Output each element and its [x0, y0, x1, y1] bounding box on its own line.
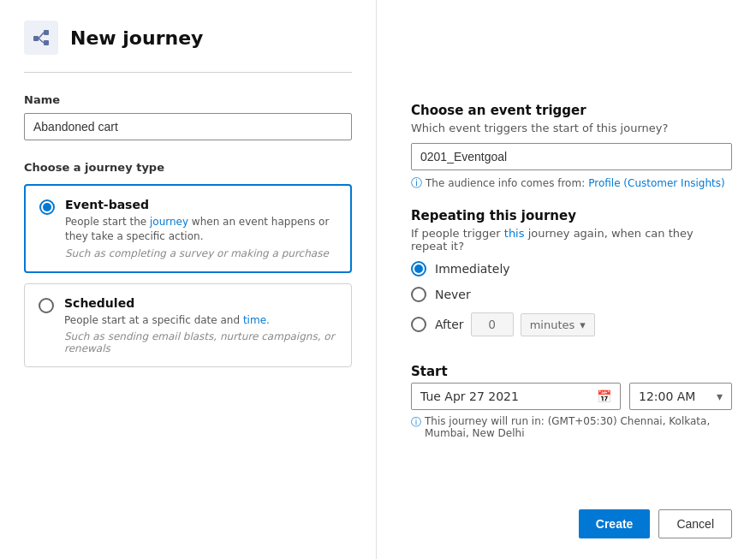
- header: New journey: [24, 21, 352, 55]
- after-radio[interactable]: [411, 317, 426, 332]
- journey-icon: [24, 21, 58, 55]
- scheduled-desc: People start at a specific date and time…: [64, 313, 337, 328]
- timezone-info-icon: ⓘ: [411, 415, 421, 439]
- page-title: New journey: [70, 27, 203, 49]
- after-row: After minutes ▾: [435, 312, 595, 336]
- repeating-subtext: If people trigger this journey again, wh…: [411, 227, 732, 253]
- never-label: Never: [435, 288, 471, 301]
- calendar-icon: 📅: [597, 390, 611, 403]
- trigger-subtext: Which event triggers the start of this j…: [411, 122, 732, 134]
- trigger-info-link[interactable]: Profile (Customer Insights): [588, 177, 725, 189]
- bottom-actions: Create Cancel: [579, 509, 732, 538]
- name-input[interactable]: [24, 113, 352, 140]
- trigger-heading: Choose an event trigger: [411, 103, 732, 118]
- time-input[interactable]: 12:00 AM ▾: [629, 383, 732, 410]
- this-link[interactable]: this: [504, 227, 525, 240]
- minutes-label: minutes: [530, 318, 575, 331]
- time-value: 12:00 AM: [639, 390, 695, 403]
- date-input[interactable]: Tue Apr 27 2021 📅: [411, 383, 621, 410]
- chevron-down-icon: ▾: [580, 318, 586, 331]
- name-label: Name: [24, 93, 352, 106]
- chevron-down-icon: ▾: [717, 390, 723, 403]
- svg-line-3: [39, 33, 44, 39]
- minutes-select[interactable]: minutes ▾: [521, 313, 595, 336]
- scheduled-option[interactable]: Scheduled People start at a specific dat…: [24, 283, 352, 368]
- immediately-option[interactable]: Immediately: [411, 261, 732, 277]
- scheduled-content: Scheduled People start at a specific dat…: [64, 296, 337, 355]
- event-based-radio[interactable]: [39, 199, 55, 215]
- svg-rect-2: [44, 40, 49, 45]
- after-label: After: [435, 318, 464, 331]
- event-based-desc: People start the journey when an event h…: [65, 215, 336, 244]
- svg-line-4: [39, 39, 44, 43]
- trigger-input[interactable]: [411, 143, 732, 170]
- svg-rect-1: [44, 30, 49, 35]
- event-based-option[interactable]: Event-based People start the journey whe…: [24, 184, 352, 273]
- right-panel: Choose an event trigger Which event trig…: [377, 0, 756, 559]
- svg-rect-0: [33, 36, 39, 41]
- repeating-heading: Repeating this journey: [411, 208, 732, 223]
- scheduled-radio[interactable]: [39, 298, 54, 313]
- after-value-input[interactable]: [471, 312, 514, 336]
- after-option[interactable]: After minutes ▾: [411, 312, 732, 336]
- never-radio[interactable]: [411, 287, 426, 302]
- start-section: Start Tue Apr 27 2021 📅 12:00 AM ▾ ⓘ Thi…: [411, 364, 732, 439]
- trigger-input-wrapper: [411, 143, 732, 170]
- create-button[interactable]: Create: [579, 509, 651, 538]
- trigger-info: ⓘ The audience info comes from: Profile …: [411, 175, 732, 191]
- info-icon: ⓘ: [411, 175, 422, 191]
- journey-type-label: Choose a journey type: [24, 161, 352, 174]
- trigger-info-text: The audience info comes from:: [426, 177, 585, 189]
- timezone-text: ⓘ This journey will run in: (GMT+05:30) …: [411, 415, 732, 439]
- event-based-example: Such as completing a survey or making a …: [65, 247, 336, 259]
- start-label: Start: [411, 364, 732, 379]
- cancel-button[interactable]: Cancel: [658, 509, 732, 538]
- left-panel: New journey Name Choose a journey type E…: [0, 0, 377, 559]
- event-based-content: Event-based People start the journey whe…: [65, 198, 336, 259]
- immediately-label: Immediately: [435, 262, 510, 276]
- repeating-section: Repeating this journey If people trigger…: [411, 208, 732, 347]
- event-based-title: Event-based: [65, 198, 336, 211]
- divider: [24, 72, 352, 73]
- scheduled-title: Scheduled: [64, 296, 337, 310]
- never-option[interactable]: Never: [411, 287, 732, 302]
- scheduled-example: Such as sending email blasts, nurture ca…: [64, 330, 337, 354]
- date-value: Tue Apr 27 2021: [420, 390, 519, 403]
- timezone-value: This journey will run in: (GMT+05:30) Ch…: [425, 415, 732, 439]
- start-row: Tue Apr 27 2021 📅 12:00 AM ▾: [411, 383, 732, 410]
- trigger-section: Choose an event trigger Which event trig…: [411, 103, 732, 208]
- immediately-radio[interactable]: [411, 261, 426, 277]
